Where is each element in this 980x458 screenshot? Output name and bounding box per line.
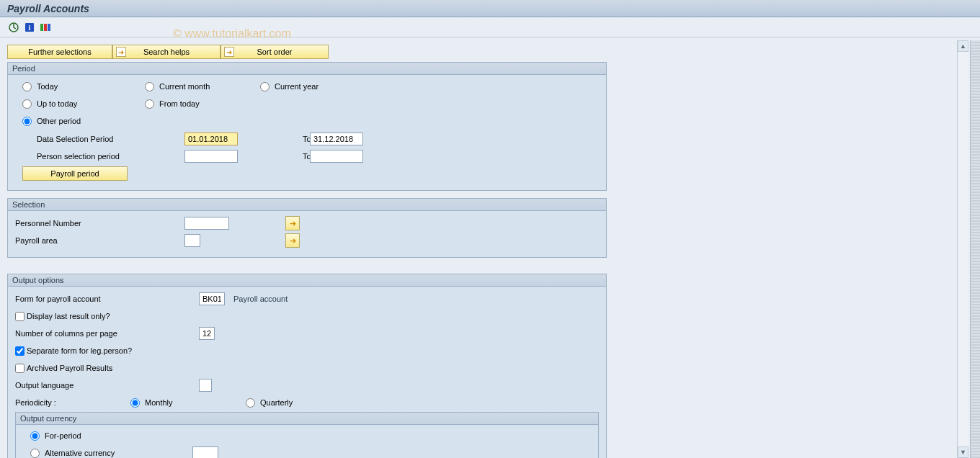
groupbox-title: Output currency xyxy=(16,413,598,425)
num-cols-label: Number of columns per page xyxy=(15,329,199,338)
payroll-period-button[interactable]: Payroll period xyxy=(22,166,128,181)
info-icon[interactable]: i xyxy=(23,21,36,34)
person-selection-to-input[interactable] xyxy=(310,150,363,163)
radio-label: Current month xyxy=(159,82,210,91)
to-label: To xyxy=(288,152,310,161)
form-input[interactable] xyxy=(199,292,225,305)
radio-from-today[interactable]: From today xyxy=(145,99,260,109)
scrollbar-track[interactable] xyxy=(958,52,968,446)
periodicity-label: Periodicity : xyxy=(15,398,130,407)
window-resize-grip[interactable] xyxy=(970,40,980,458)
radio-label: From today xyxy=(159,99,200,108)
application-toolbar: i xyxy=(0,17,980,37)
radio-today[interactable]: Today xyxy=(22,82,145,91)
output-lang-input[interactable] xyxy=(199,379,212,392)
radio-for-period[interactable]: For-period xyxy=(30,431,81,441)
window-title: Payroll Accounts xyxy=(7,3,89,14)
button-label: Sort order xyxy=(257,48,293,56)
checkbox-label: Archived Payroll Results xyxy=(27,364,112,372)
personnel-number-input[interactable] xyxy=(184,217,229,230)
selection-groupbox: Selection Personnel Number ➜ Payroll are… xyxy=(7,198,607,258)
svg-rect-3 xyxy=(40,24,43,31)
separate-form-checkbox[interactable]: Separate form for leg.person? xyxy=(15,346,132,356)
search-helps-button[interactable]: ➜ Search helps xyxy=(112,45,220,59)
arrow-right-icon: ➜ xyxy=(116,47,126,57)
button-label: Payroll period xyxy=(50,169,99,178)
alternative-currency-input[interactable] xyxy=(192,446,218,458)
main-content: Further selections ➜ Search helps ➜ Sort… xyxy=(0,40,956,458)
radio-label: Current year xyxy=(275,82,318,91)
form-label: Form for payroll account xyxy=(15,295,199,303)
personnel-number-label: Personnel Number xyxy=(15,219,184,228)
data-selection-from-input[interactable] xyxy=(184,133,238,145)
svg-rect-5 xyxy=(48,24,50,31)
arrow-right-icon: ➜ xyxy=(224,47,234,57)
radio-label: For-period xyxy=(45,431,81,440)
button-label: Search helps xyxy=(143,48,190,56)
checkbox-label: Separate form for leg.person? xyxy=(27,346,132,355)
period-groupbox: Period Today Current month Current year … xyxy=(7,62,607,191)
radio-monthly[interactable]: Monthly xyxy=(130,398,246,408)
radio-label: Quarterly xyxy=(260,398,293,407)
vertical-scrollbar[interactable]: ▲ ▼ xyxy=(957,40,968,458)
output-lang-label: Output language xyxy=(15,381,199,390)
output-currency-groupbox: Output currency For-period Alternative c… xyxy=(15,412,599,458)
radio-label: Monthly xyxy=(145,398,173,407)
num-cols-input[interactable] xyxy=(199,327,215,340)
radio-label: Alternative currency xyxy=(45,449,115,457)
execute-icon[interactable] xyxy=(7,21,20,34)
payroll-area-label: Payroll area xyxy=(15,236,184,245)
svg-text:i: i xyxy=(29,24,31,32)
groupbox-title: Selection xyxy=(8,199,606,211)
radio-label: Other period xyxy=(37,117,81,125)
variant-icon[interactable] xyxy=(39,21,52,34)
multiple-selection-button[interactable]: ➜ xyxy=(285,216,300,230)
to-label: To xyxy=(288,135,310,143)
data-selection-label: Data Selection Period xyxy=(22,135,184,143)
radio-other-period[interactable]: Other period xyxy=(22,117,145,126)
payroll-area-input[interactable] xyxy=(184,234,200,247)
multiple-selection-button[interactable]: ➜ xyxy=(285,233,300,248)
radio-current-month[interactable]: Current month xyxy=(145,82,260,91)
archived-checkbox[interactable]: Archived Payroll Results xyxy=(15,364,112,373)
scroll-down-icon[interactable]: ▼ xyxy=(958,446,968,458)
window-title-bar: Payroll Accounts xyxy=(0,0,980,17)
groupbox-title: Output options xyxy=(8,274,606,287)
arrow-right-icon: ➜ xyxy=(290,236,296,246)
person-selection-label: Person selection period xyxy=(22,152,184,161)
display-last-checkbox[interactable]: Display last result only? xyxy=(15,312,110,321)
groupbox-title: Period xyxy=(8,63,606,75)
radio-current-year[interactable]: Current year xyxy=(260,82,375,91)
form-description: Payroll account xyxy=(233,295,288,303)
radio-alternative-currency[interactable]: Alternative currency xyxy=(30,449,192,458)
scroll-up-icon[interactable]: ▲ xyxy=(958,40,968,52)
checkbox-label: Display last result only? xyxy=(27,312,110,320)
arrow-right-icon: ➜ xyxy=(290,219,296,228)
radio-label: Today xyxy=(37,82,58,91)
svg-rect-4 xyxy=(44,24,47,31)
selection-toolbar: Further selections ➜ Search helps ➜ Sort… xyxy=(7,45,951,59)
radio-up-to-today[interactable]: Up to today xyxy=(22,99,145,109)
sort-order-button[interactable]: ➜ Sort order xyxy=(220,45,329,59)
further-selections-button[interactable]: Further selections xyxy=(7,45,112,59)
person-selection-from-input[interactable] xyxy=(184,150,238,163)
radio-quarterly[interactable]: Quarterly xyxy=(246,398,293,408)
button-label: Further selections xyxy=(28,48,91,56)
radio-label: Up to today xyxy=(37,99,77,108)
output-options-groupbox: Output options Form for payroll account … xyxy=(7,274,607,458)
data-selection-to-input[interactable] xyxy=(310,133,363,145)
